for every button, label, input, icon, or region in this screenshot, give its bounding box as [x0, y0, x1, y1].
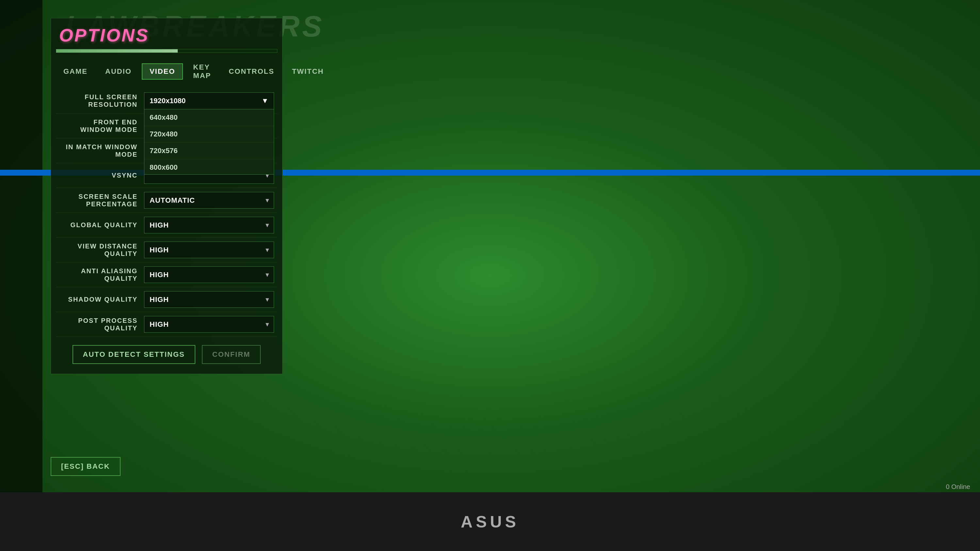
resolution-option-720x480[interactable]: 720x480	[145, 126, 274, 143]
post-process-quality-dropdown[interactable]: High ▼	[144, 316, 274, 333]
global-quality-dropdown[interactable]: High ▼	[144, 217, 274, 233]
terrain-texture	[43, 394, 980, 492]
resolution-option-800x600[interactable]: 800x600	[145, 159, 274, 175]
monitor-bezel: ASUS	[0, 492, 980, 551]
screen-scale-dropdown[interactable]: Automatic ▼	[144, 192, 274, 209]
left-dark-overlay	[0, 0, 43, 551]
anti-aliasing-quality-dropdown[interactable]: High ▼	[144, 266, 274, 283]
full-screen-resolution-label: FULL SCREEN RESOLUTION	[59, 94, 144, 108]
shadow-quality-dropdown[interactable]: High ▼	[144, 291, 274, 308]
chevron-down-icon: ▼	[261, 97, 269, 105]
back-button-container: [ESC] BACK	[51, 457, 121, 476]
view-distance-quality-select[interactable]: High	[144, 241, 274, 258]
progress-bar-fill	[56, 49, 178, 52]
tab-game[interactable]: GAME	[56, 64, 95, 79]
post-process-quality-label: POST PROCESS QUALITY	[59, 317, 144, 332]
anti-aliasing-quality-select[interactable]: High	[144, 266, 274, 283]
anti-aliasing-quality-row: ANTI ALIASING QUALITY High ▼	[56, 262, 277, 287]
bottom-buttons: AUTO DETECT SETTINGS CONFIRM	[51, 345, 282, 364]
resolution-dropdown-header[interactable]: 1920x1080 ▼	[144, 92, 274, 110]
confirm-button[interactable]: CONFIRM	[202, 345, 261, 364]
shadow-quality-row: SHADOW QUALITY High ▼	[56, 287, 277, 312]
settings-body: FULL SCREEN RESOLUTION 1920x1080 ▼ 640x4…	[51, 89, 282, 337]
post-process-quality-row: POST PROCESS QUALITY High ▼	[56, 312, 277, 337]
back-button[interactable]: [ESC] BACK	[51, 457, 121, 476]
resolution-option-720x576[interactable]: 720x576	[145, 143, 274, 159]
full-screen-resolution-row: FULL SCREEN RESOLUTION 1920x1080 ▼ 640x4…	[56, 89, 277, 114]
screen-scale-row: SCREEN SCALE PERCENTAGE Automatic ▼	[56, 188, 277, 213]
tab-video[interactable]: VIDEO	[142, 64, 183, 79]
tabs-row: GAME AUDIO VIDEO KEY MAP CONTROLS TWITCH	[51, 58, 282, 89]
options-panel: OPTIONS GAME AUDIO VIDEO KEY MAP CONTROL…	[51, 18, 283, 374]
progress-bar	[56, 49, 277, 53]
tab-twitch[interactable]: TWITCH	[285, 64, 332, 79]
screen-scale-label: SCREEN SCALE PERCENTAGE	[59, 193, 144, 208]
resolution-dropdown-list: 640x480 720x480 720x576 800x600 1024x768…	[144, 110, 274, 175]
auto-detect-button[interactable]: AUTO DETECT SETTINGS	[73, 345, 195, 364]
global-quality-label: GLOBAL QUALITY	[59, 221, 144, 229]
tab-controls[interactable]: CONTROLS	[221, 64, 282, 79]
vsync-label: VSYNC	[59, 172, 144, 179]
global-quality-row: GLOBAL QUALITY High ▼	[56, 213, 277, 238]
status-bar: 0 Online	[946, 483, 970, 491]
resolution-current-value: 1920x1080	[150, 97, 261, 105]
shadow-quality-label: SHADOW QUALITY	[59, 296, 144, 303]
shadow-quality-select[interactable]: High	[144, 291, 274, 308]
full-screen-resolution-dropdown[interactable]: 1920x1080 ▼ 640x480 720x480 720x576 800x…	[144, 92, 274, 110]
anti-aliasing-quality-label: ANTI ALIASING QUALITY	[59, 267, 144, 283]
front-end-window-mode-label: FRONT END WINDOW MODE	[59, 119, 144, 133]
post-process-quality-select[interactable]: High	[144, 316, 274, 333]
resolution-option-640x480[interactable]: 640x480	[145, 110, 274, 126]
view-distance-quality-dropdown[interactable]: High ▼	[144, 241, 274, 258]
tab-keymap[interactable]: KEY MAP	[186, 59, 218, 84]
global-quality-select[interactable]: High	[144, 217, 274, 233]
screen-scale-select[interactable]: Automatic	[144, 192, 274, 209]
options-title: OPTIONS	[51, 18, 282, 49]
in-match-window-mode-label: IN MATCH WINDOW MODE	[59, 143, 144, 158]
view-distance-quality-row: VIEW DISTANCE QUALITY High ▼	[56, 238, 277, 262]
asus-logo: ASUS	[461, 513, 519, 531]
tab-audio[interactable]: AUDIO	[98, 64, 139, 79]
view-distance-quality-label: VIEW DISTANCE QUALITY	[59, 243, 144, 257]
online-count: 0 Online	[946, 483, 970, 490]
